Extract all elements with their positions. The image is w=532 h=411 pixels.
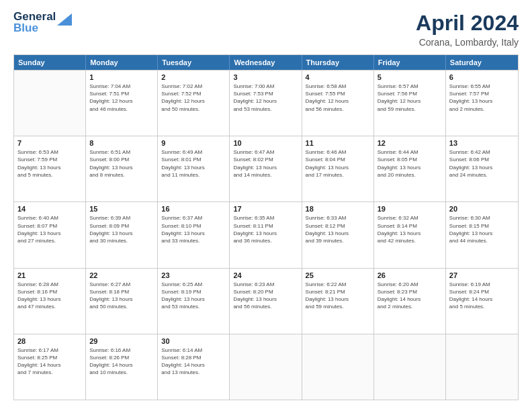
- day-cell-17: 17Sunrise: 6:35 AM Sunset: 8:11 PM Dayli…: [230, 202, 302, 267]
- day-number: 26: [378, 271, 442, 279]
- empty-cell: [302, 334, 374, 400]
- day-number: 6: [449, 73, 515, 81]
- day-number: 29: [89, 337, 154, 345]
- day-of-week-friday: Friday: [374, 55, 446, 70]
- day-number: 14: [17, 205, 82, 213]
- day-cell-15: 15Sunrise: 6:39 AM Sunset: 8:09 PM Dayli…: [86, 202, 158, 267]
- day-number: 2: [161, 73, 226, 81]
- day-detail: Sunrise: 6:23 AM Sunset: 8:20 PM Dayligh…: [233, 281, 298, 311]
- day-cell-5: 5Sunrise: 6:57 AM Sunset: 7:56 PM Daylig…: [374, 71, 446, 136]
- empty-cell: [446, 334, 518, 400]
- day-cell-10: 10Sunrise: 6:47 AM Sunset: 8:02 PM Dayli…: [230, 136, 302, 201]
- day-cell-29: 29Sunrise: 6:16 AM Sunset: 8:26 PM Dayli…: [86, 334, 158, 400]
- day-number: 4: [306, 73, 370, 81]
- day-of-week-saturday: Saturday: [446, 55, 518, 70]
- day-cell-22: 22Sunrise: 6:27 AM Sunset: 8:18 PM Dayli…: [86, 269, 158, 334]
- day-number: 11: [306, 139, 370, 147]
- calendar: SundayMondayTuesdayWednesdayThursdayFrid…: [13, 54, 519, 400]
- day-cell-24: 24Sunrise: 6:23 AM Sunset: 8:20 PM Dayli…: [230, 269, 302, 334]
- calendar-header: SundayMondayTuesdayWednesdayThursdayFrid…: [14, 55, 518, 70]
- day-of-week-wednesday: Wednesday: [230, 55, 302, 70]
- day-detail: Sunrise: 6:39 AM Sunset: 8:09 PM Dayligh…: [89, 214, 154, 244]
- empty-cell: [230, 334, 302, 400]
- day-of-week-monday: Monday: [86, 55, 158, 70]
- day-cell-9: 9Sunrise: 6:49 AM Sunset: 8:01 PM Daylig…: [158, 136, 230, 201]
- week-row-1: 1Sunrise: 7:04 AM Sunset: 7:51 PM Daylig…: [14, 70, 518, 136]
- day-detail: Sunrise: 6:53 AM Sunset: 7:59 PM Dayligh…: [17, 148, 82, 179]
- day-number: 25: [306, 271, 370, 279]
- day-detail: Sunrise: 6:33 AM Sunset: 8:12 PM Dayligh…: [306, 214, 370, 244]
- day-number: 8: [89, 139, 154, 147]
- day-detail: Sunrise: 6:19 AM Sunset: 8:24 PM Dayligh…: [449, 281, 515, 311]
- day-detail: Sunrise: 6:16 AM Sunset: 8:26 PM Dayligh…: [89, 347, 154, 377]
- day-detail: Sunrise: 6:42 AM Sunset: 8:06 PM Dayligh…: [449, 148, 515, 179]
- day-number: 28: [17, 337, 82, 345]
- day-cell-20: 20Sunrise: 6:30 AM Sunset: 8:15 PM Dayli…: [446, 202, 518, 267]
- day-cell-14: 14Sunrise: 6:40 AM Sunset: 8:07 PM Dayli…: [14, 202, 86, 267]
- day-number: 13: [449, 139, 515, 147]
- day-number: 1: [89, 73, 154, 81]
- day-detail: Sunrise: 6:46 AM Sunset: 8:04 PM Dayligh…: [306, 148, 370, 179]
- day-number: 19: [378, 205, 442, 213]
- location: Corana, Lombardy, Italy: [416, 37, 519, 48]
- day-detail: Sunrise: 7:04 AM Sunset: 7:51 PM Dayligh…: [89, 83, 154, 113]
- day-cell-28: 28Sunrise: 6:17 AM Sunset: 8:25 PM Dayli…: [14, 334, 86, 400]
- day-detail: Sunrise: 6:49 AM Sunset: 8:01 PM Dayligh…: [161, 148, 226, 179]
- day-detail: Sunrise: 6:40 AM Sunset: 8:07 PM Dayligh…: [17, 214, 82, 244]
- day-number: 5: [378, 73, 442, 81]
- svg-marker-0: [57, 13, 72, 26]
- day-detail: Sunrise: 6:22 AM Sunset: 8:21 PM Dayligh…: [306, 281, 370, 311]
- logo-blue: Blue: [13, 22, 56, 34]
- day-cell-13: 13Sunrise: 6:42 AM Sunset: 8:06 PM Dayli…: [446, 136, 518, 201]
- day-detail: Sunrise: 6:14 AM Sunset: 8:28 PM Dayligh…: [161, 347, 226, 377]
- day-detail: Sunrise: 6:47 AM Sunset: 8:02 PM Dayligh…: [233, 148, 298, 179]
- calendar-body: 1Sunrise: 7:04 AM Sunset: 7:51 PM Daylig…: [14, 70, 518, 400]
- day-cell-6: 6Sunrise: 6:55 AM Sunset: 7:57 PM Daylig…: [446, 71, 518, 136]
- day-cell-8: 8Sunrise: 6:51 AM Sunset: 8:00 PM Daylig…: [86, 136, 158, 201]
- day-detail: Sunrise: 6:44 AM Sunset: 8:05 PM Dayligh…: [378, 148, 442, 179]
- day-detail: Sunrise: 6:30 AM Sunset: 8:15 PM Dayligh…: [449, 214, 515, 244]
- day-number: 10: [233, 139, 298, 147]
- day-number: 24: [233, 271, 298, 279]
- day-detail: Sunrise: 6:28 AM Sunset: 8:16 PM Dayligh…: [17, 281, 82, 311]
- day-detail: Sunrise: 7:00 AM Sunset: 7:53 PM Dayligh…: [233, 83, 298, 113]
- day-number: 17: [233, 205, 298, 213]
- empty-cell: [374, 334, 446, 400]
- day-detail: Sunrise: 6:51 AM Sunset: 8:00 PM Dayligh…: [89, 148, 154, 179]
- week-row-2: 7Sunrise: 6:53 AM Sunset: 7:59 PM Daylig…: [14, 136, 518, 201]
- day-of-week-thursday: Thursday: [302, 55, 374, 70]
- day-detail: Sunrise: 6:27 AM Sunset: 8:18 PM Dayligh…: [89, 281, 154, 311]
- day-number: 15: [89, 205, 154, 213]
- day-detail: Sunrise: 7:02 AM Sunset: 7:52 PM Dayligh…: [161, 83, 226, 113]
- logo-general: General: [13, 11, 56, 22]
- day-cell-25: 25Sunrise: 6:22 AM Sunset: 8:21 PM Dayli…: [302, 269, 374, 334]
- day-cell-23: 23Sunrise: 6:25 AM Sunset: 8:19 PM Dayli…: [158, 269, 230, 334]
- day-of-week-tuesday: Tuesday: [158, 55, 230, 70]
- day-cell-18: 18Sunrise: 6:33 AM Sunset: 8:12 PM Dayli…: [302, 202, 374, 267]
- day-of-week-sunday: Sunday: [14, 55, 86, 70]
- day-detail: Sunrise: 6:25 AM Sunset: 8:19 PM Dayligh…: [161, 281, 226, 311]
- day-cell-21: 21Sunrise: 6:28 AM Sunset: 8:16 PM Dayli…: [14, 269, 86, 334]
- logo: General Blue: [13, 11, 72, 34]
- day-number: 22: [89, 271, 154, 279]
- day-number: 30: [161, 337, 226, 345]
- day-cell-3: 3Sunrise: 7:00 AM Sunset: 7:53 PM Daylig…: [230, 71, 302, 136]
- day-number: 20: [449, 205, 515, 213]
- day-cell-27: 27Sunrise: 6:19 AM Sunset: 8:24 PM Dayli…: [446, 269, 518, 334]
- day-cell-1: 1Sunrise: 7:04 AM Sunset: 7:51 PM Daylig…: [86, 71, 158, 136]
- week-row-5: 28Sunrise: 6:17 AM Sunset: 8:25 PM Dayli…: [14, 334, 518, 400]
- page: General Blue April 2024 Corana, Lombardy…: [0, 0, 532, 411]
- day-number: 3: [233, 73, 298, 81]
- day-number: 12: [378, 139, 442, 147]
- day-number: 23: [161, 271, 226, 279]
- day-cell-2: 2Sunrise: 7:02 AM Sunset: 7:52 PM Daylig…: [158, 71, 230, 136]
- week-row-3: 14Sunrise: 6:40 AM Sunset: 8:07 PM Dayli…: [14, 201, 518, 267]
- day-number: 7: [17, 139, 82, 147]
- day-number: 21: [17, 271, 82, 279]
- day-number: 18: [306, 205, 370, 213]
- day-cell-30: 30Sunrise: 6:14 AM Sunset: 8:28 PM Dayli…: [158, 334, 230, 400]
- title-block: April 2024 Corana, Lombardy, Italy: [416, 11, 519, 48]
- day-detail: Sunrise: 6:35 AM Sunset: 8:11 PM Dayligh…: [233, 214, 298, 244]
- day-number: 9: [161, 139, 226, 147]
- day-detail: Sunrise: 6:37 AM Sunset: 8:10 PM Dayligh…: [161, 214, 226, 244]
